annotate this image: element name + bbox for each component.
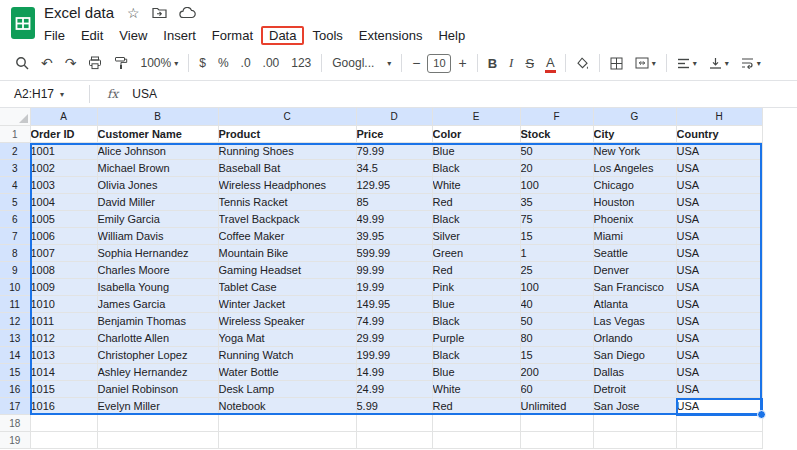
cell[interactable]: Houston: [593, 194, 676, 211]
cell[interactable]: Black: [432, 211, 520, 228]
decrease-font-size-button[interactable]: −: [407, 53, 425, 73]
cell[interactable]: 100: [520, 177, 593, 194]
cell[interactable]: San Diego: [593, 347, 676, 364]
cell[interactable]: Alice Johnson: [97, 143, 218, 160]
cell[interactable]: [432, 432, 520, 449]
menu-extensions[interactable]: Extensions: [351, 26, 431, 45]
cell[interactable]: 34.5: [356, 160, 432, 177]
cell[interactable]: Price: [356, 126, 432, 143]
cell[interactable]: Product: [218, 126, 356, 143]
cell[interactable]: Running Watch: [218, 347, 356, 364]
format-currency-button[interactable]: $: [194, 53, 211, 73]
cell[interactable]: 1: [520, 245, 593, 262]
undo-button[interactable]: ↶: [36, 53, 58, 73]
cell[interactable]: [676, 432, 762, 449]
cell[interactable]: Tennis Racket: [218, 194, 356, 211]
cell[interactable]: 35: [520, 194, 593, 211]
move-folder-icon[interactable]: [152, 7, 167, 19]
row-header[interactable]: 2: [0, 143, 30, 160]
cell[interactable]: Phoenix: [593, 211, 676, 228]
cell[interactable]: Order ID: [30, 126, 97, 143]
cell[interactable]: USA: [676, 347, 762, 364]
cell[interactable]: 129.95: [356, 177, 432, 194]
cell[interactable]: 1004: [30, 194, 97, 211]
cell[interactable]: 599.99: [356, 245, 432, 262]
row-header[interactable]: 13: [0, 330, 30, 347]
cell[interactable]: William Davis: [97, 228, 218, 245]
row-header[interactable]: 11: [0, 296, 30, 313]
cell[interactable]: Blue: [432, 364, 520, 381]
increase-decimal-button[interactable]: .00: [258, 53, 285, 73]
cell[interactable]: Miami: [593, 228, 676, 245]
cell[interactable]: Red: [432, 398, 520, 415]
cell[interactable]: Benjamin Thomas: [97, 313, 218, 330]
cell[interactable]: Chicago: [593, 177, 676, 194]
cell[interactable]: 1008: [30, 262, 97, 279]
vertical-align-button[interactable]: ▾: [704, 54, 734, 72]
cell[interactable]: Dallas: [593, 364, 676, 381]
cell[interactable]: 74.99: [356, 313, 432, 330]
cell[interactable]: San Jose: [593, 398, 676, 415]
name-box[interactable]: A2:H17 ▾: [0, 87, 86, 101]
cell[interactable]: Tablet Case: [218, 279, 356, 296]
increase-font-size-button[interactable]: +: [453, 53, 471, 73]
fill-color-button[interactable]: [571, 54, 594, 73]
cell[interactable]: Red: [432, 262, 520, 279]
cell[interactable]: 1014: [30, 364, 97, 381]
menu-format[interactable]: Format: [204, 26, 261, 45]
cell[interactable]: 15: [520, 228, 593, 245]
cell[interactable]: 1002: [30, 160, 97, 177]
cell[interactable]: USA: [676, 381, 762, 398]
cell[interactable]: [432, 415, 520, 432]
cell[interactable]: 80: [520, 330, 593, 347]
cell[interactable]: USA: [676, 296, 762, 313]
cell[interactable]: USA: [676, 398, 762, 415]
cell[interactable]: 1006: [30, 228, 97, 245]
cell[interactable]: Color: [432, 126, 520, 143]
cell[interactable]: 60: [520, 381, 593, 398]
cell[interactable]: Sophia Hernandez: [97, 245, 218, 262]
cell[interactable]: 1003: [30, 177, 97, 194]
cell[interactable]: USA: [676, 194, 762, 211]
cell[interactable]: David Miller: [97, 194, 218, 211]
redo-button[interactable]: ↷: [60, 53, 82, 73]
row-header[interactable]: 15: [0, 364, 30, 381]
cell[interactable]: Charles Moore: [97, 262, 218, 279]
cell[interactable]: 15: [520, 347, 593, 364]
cell[interactable]: USA: [676, 211, 762, 228]
cell[interactable]: Black: [432, 313, 520, 330]
menu-view[interactable]: View: [111, 26, 155, 45]
merge-cells-button[interactable]: ▾: [630, 54, 661, 72]
cell[interactable]: USA: [676, 143, 762, 160]
menu-tools[interactable]: Tools: [304, 26, 350, 45]
cell[interactable]: [218, 415, 356, 432]
cell[interactable]: Los Angeles: [593, 160, 676, 177]
search-button[interactable]: [10, 53, 34, 73]
column-header[interactable]: D: [356, 108, 432, 126]
cell[interactable]: 1001: [30, 143, 97, 160]
row-header[interactable]: 10: [0, 279, 30, 296]
horizontal-align-button[interactable]: ▾: [672, 55, 702, 72]
cell[interactable]: 1012: [30, 330, 97, 347]
star-icon[interactable]: ☆: [127, 6, 140, 20]
cell[interactable]: Isabella Young: [97, 279, 218, 296]
cell[interactable]: White: [432, 381, 520, 398]
cell[interactable]: Mountain Bike: [218, 245, 356, 262]
cell[interactable]: Black: [432, 160, 520, 177]
cell[interactable]: 100: [520, 279, 593, 296]
format-percent-button[interactable]: %: [213, 53, 234, 73]
column-header[interactable]: F: [520, 108, 593, 126]
cell[interactable]: Las Vegas: [593, 313, 676, 330]
cell[interactable]: [356, 432, 432, 449]
borders-button[interactable]: [605, 54, 628, 73]
more-formats-button[interactable]: 123: [286, 53, 316, 73]
cell[interactable]: Black: [432, 347, 520, 364]
cell[interactable]: Coffee Maker: [218, 228, 356, 245]
cell[interactable]: Orlando: [593, 330, 676, 347]
cell[interactable]: 85: [356, 194, 432, 211]
cell[interactable]: [593, 432, 676, 449]
row-header[interactable]: 5: [0, 194, 30, 211]
cell[interactable]: [676, 415, 762, 432]
cell[interactable]: Charlotte Allen: [97, 330, 218, 347]
cell[interactable]: Customer Name: [97, 126, 218, 143]
